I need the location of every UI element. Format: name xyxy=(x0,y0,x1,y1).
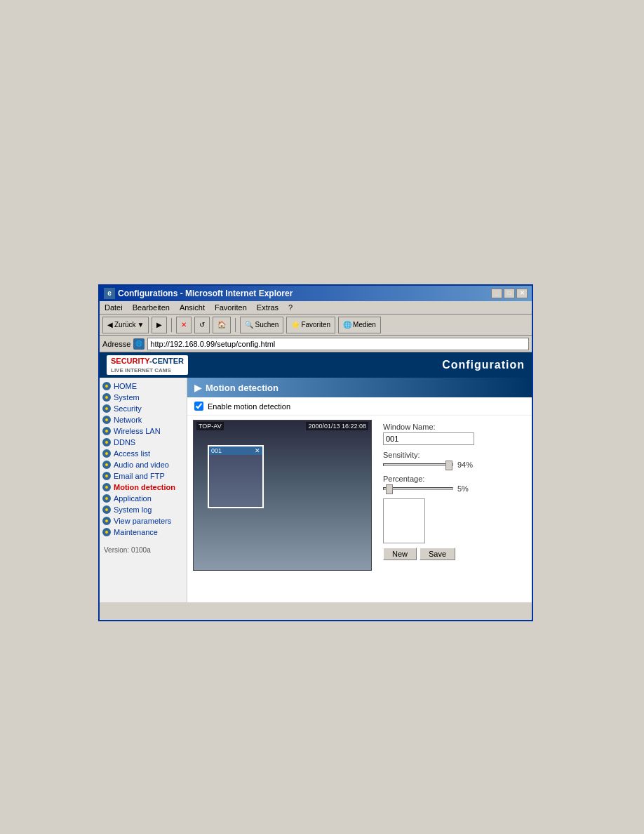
sidebar-label-home: HOME xyxy=(114,382,137,390)
sidebar-bullet-audio xyxy=(102,461,111,469)
sidebar-item-network[interactable]: Network xyxy=(100,414,187,425)
sensitivity-label: Sensitivity: xyxy=(383,451,522,459)
sidebar-bullet-access xyxy=(102,449,111,458)
sidebar-item-home[interactable]: HOME xyxy=(100,380,187,392)
back-button[interactable]: ◀ Zurück ▼ xyxy=(102,317,149,333)
sidebar-bullet-params xyxy=(102,517,111,525)
percentage-row-1 xyxy=(385,501,423,508)
detection-box-close[interactable]: ✕ xyxy=(255,447,260,454)
toolbar-sep-2 xyxy=(235,318,236,332)
window-name-row: Window Name: xyxy=(383,423,522,445)
menu-help[interactable]: ? xyxy=(286,303,295,312)
favorites-button[interactable]: ⭐ Favoriten xyxy=(286,317,335,333)
stop-button[interactable]: ✕ xyxy=(176,317,192,333)
title-bar: e Configurations - Microsoft Internet Ex… xyxy=(100,286,532,301)
camera-overlay-top: TOP-AV 2000/01/13 16:22:08 xyxy=(194,421,371,432)
toolbar-sep-1 xyxy=(171,318,172,332)
sidebar-item-audio-video[interactable]: Audio and video xyxy=(100,459,187,470)
sidebar-item-maintenance[interactable]: Maintenance xyxy=(100,527,187,538)
menu-favoriten[interactable]: Favoriten xyxy=(213,303,249,312)
percentage-label: Percentage: xyxy=(383,475,522,483)
maximize-button[interactable]: □ xyxy=(504,289,515,298)
new-button[interactable]: New xyxy=(383,548,417,560)
sidebar-bullet-syslog xyxy=(102,505,111,514)
settings-panel: Window Name: Sensitivity: 94% xyxy=(379,420,526,571)
sidebar-item-motion[interactable]: Motion detection xyxy=(100,482,187,493)
sidebar-label-access: Access list xyxy=(114,449,150,458)
menu-bar: Datei Bearbeiten Ansicht Favoriten Extra… xyxy=(100,301,532,315)
address-bar: Adresse 🌐 http://192.168.0.99/setup/conf… xyxy=(100,336,532,352)
detection-box[interactable]: 001 ✕ xyxy=(208,445,264,508)
sensitivity-value: 94% xyxy=(457,461,478,469)
menu-bearbeiten[interactable]: Bearbeiten xyxy=(130,303,172,312)
brand-security: SECURITY xyxy=(111,357,149,365)
sidebar-label-system: System xyxy=(114,393,140,402)
sidebar-label-ddns: DDNS xyxy=(114,438,135,446)
sidebar-item-access-list[interactable]: Access list xyxy=(100,448,187,459)
action-buttons: New Save xyxy=(383,548,522,560)
search-button[interactable]: 🔍 Suchen xyxy=(240,317,283,333)
home-button[interactable]: 🏠 xyxy=(213,317,231,333)
search-label: Suchen xyxy=(255,321,279,329)
sidebar-label-params: View parameters xyxy=(114,517,171,525)
sidebar-item-application[interactable]: Application xyxy=(100,493,187,504)
sensitivity-slider-row: 94% xyxy=(383,461,522,469)
enable-row: Enable motion detection xyxy=(187,397,532,416)
menu-ansicht[interactable]: Ansicht xyxy=(177,303,207,312)
sidebar-bullet-email xyxy=(102,472,111,480)
detection-box-name: 001 xyxy=(211,447,222,454)
enable-motion-label: Enable motion detection xyxy=(208,402,290,411)
sidebar-item-ddns[interactable]: DDNS xyxy=(100,437,187,448)
page-header: ▶ Motion detection xyxy=(187,378,532,397)
home-icon: 🏠 xyxy=(217,321,226,329)
sidebar-label-network: Network xyxy=(114,416,142,424)
percentage-row-3 xyxy=(385,517,423,524)
camera-section: TOP-AV 2000/01/13 16:22:08 001 ✕ xyxy=(187,416,532,575)
sidebar-bullet-motion xyxy=(102,483,111,491)
menu-datei[interactable]: Datei xyxy=(102,303,125,312)
address-security-icon: 🌐 xyxy=(133,338,145,350)
sidebar-label-email: Email and FTP xyxy=(114,472,165,480)
header-title: Configuration xyxy=(442,359,525,371)
sidebar-bullet-application xyxy=(102,494,111,503)
content-area: HOME System Security Network Wireless LA… xyxy=(100,378,532,602)
menu-extras[interactable]: Extras xyxy=(255,303,281,312)
media-label: Medien xyxy=(353,321,376,329)
sidebar-bullet-ddns xyxy=(102,438,111,446)
sidebar-version: Version: 0100a xyxy=(100,543,187,557)
media-button[interactable]: 🌐 Medien xyxy=(338,317,381,333)
sensitivity-thumb[interactable] xyxy=(445,461,452,470)
sidebar-item-system[interactable]: System xyxy=(100,392,187,403)
detection-box-header: 001 ✕ xyxy=(209,446,262,455)
back-arrow-icon: ◀ xyxy=(107,321,113,329)
sidebar-item-security[interactable]: Security xyxy=(100,403,187,414)
forward-arrow-icon: ▶ xyxy=(156,321,162,329)
browser-title: Configurations - Microsoft Internet Expl… xyxy=(118,289,293,298)
sidebar-item-email-ftp[interactable]: Email and FTP xyxy=(100,470,187,482)
forward-button[interactable]: ▶ xyxy=(152,317,167,333)
address-url: http://192.168.0.99/setup/config.html xyxy=(150,340,275,348)
close-button[interactable]: ✕ xyxy=(516,289,528,298)
stop-icon: ✕ xyxy=(181,321,187,329)
sidebar-bullet-home xyxy=(102,382,111,390)
sidebar-label-security: Security xyxy=(114,404,142,413)
sidebar: HOME System Security Network Wireless LA… xyxy=(100,378,187,602)
sidebar-item-wireless-lan[interactable]: Wireless LAN xyxy=(100,425,187,437)
minimize-button[interactable]: _ xyxy=(491,289,502,298)
favorites-label: Favoriten xyxy=(301,321,330,329)
sidebar-label-audio: Audio and video xyxy=(114,461,169,469)
header-banner: SECURITY-CENTER LIVE INTERNET CAMS Confi… xyxy=(100,352,532,378)
window-name-input[interactable] xyxy=(383,432,474,445)
sidebar-item-view-params[interactable]: View parameters xyxy=(100,515,187,527)
save-button[interactable]: Save xyxy=(420,548,455,560)
sidebar-label-syslog: System log xyxy=(114,505,152,514)
back-dropdown-icon: ▼ xyxy=(137,321,145,329)
address-input[interactable]: http://192.168.0.99/setup/config.html xyxy=(147,338,529,350)
refresh-button[interactable]: ↺ xyxy=(194,317,210,333)
sidebar-item-system-log[interactable]: System log xyxy=(100,504,187,515)
percentage-row: Percentage: 5% xyxy=(383,475,522,493)
percentage-thumb[interactable] xyxy=(386,484,393,494)
enable-motion-checkbox[interactable] xyxy=(194,402,203,411)
window-name-label: Window Name: xyxy=(383,423,522,431)
sidebar-bullet-network xyxy=(102,416,111,424)
